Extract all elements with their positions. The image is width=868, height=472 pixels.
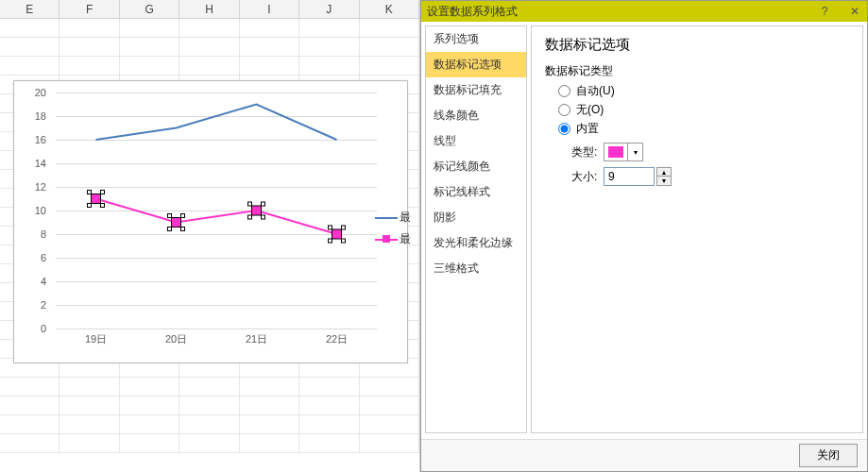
radio-builtin[interactable]	[558, 123, 570, 135]
y-tick: 16	[35, 134, 46, 145]
y-tick: 10	[35, 205, 46, 216]
legend-label: 最	[400, 231, 411, 247]
svg-rect-6	[168, 214, 172, 218]
col-header[interactable]: G	[120, 0, 179, 18]
svg-rect-15	[332, 229, 342, 239]
spreadsheet-area: E F G H I J K 20 18 16	[0, 0, 420, 472]
nav-marker-line-color[interactable]: 标记线颜色	[426, 154, 526, 179]
plot-area[interactable]	[56, 93, 377, 329]
nav-line-color[interactable]: 线条颜色	[426, 103, 526, 128]
svg-rect-16	[329, 226, 332, 229]
help-button[interactable]: ?	[818, 5, 831, 18]
spinner-down-icon[interactable]: ▼	[657, 177, 671, 185]
x-axis: 19日 20日 21日 22日	[56, 332, 377, 351]
svg-rect-18	[329, 239, 332, 243]
marker-type-select[interactable]: ▾	[604, 143, 643, 161]
nav-marker-options[interactable]: 数据标记选项	[426, 52, 526, 77]
dialog-title: 设置数据系列格式	[427, 4, 518, 20]
marker-type-row: 类型: ▾	[571, 143, 849, 161]
nav-marker-line-style[interactable]: 标记线样式	[426, 179, 526, 205]
legend[interactable]: 最 最	[375, 204, 411, 253]
svg-rect-13	[248, 215, 252, 219]
marker-size-row: 大小: ▲ ▼	[571, 167, 849, 186]
svg-rect-17	[342, 226, 346, 229]
x-tick: 22日	[297, 332, 377, 351]
y-tick: 18	[35, 110, 46, 122]
svg-rect-3	[88, 204, 92, 208]
legend-item-1[interactable]: 最	[375, 210, 411, 226]
col-header[interactable]: K	[360, 0, 419, 18]
svg-rect-9	[181, 228, 185, 231]
svg-rect-2	[101, 191, 105, 194]
content-panel: 数据标记选项 数据标记类型 自动(U) 无(O) 内置 类型: ▾	[531, 25, 863, 433]
marker-type-label: 数据标记类型	[545, 63, 849, 79]
svg-rect-4	[101, 204, 105, 208]
col-header[interactable]: E	[0, 0, 60, 18]
nav-shadow[interactable]: 阴影	[426, 205, 526, 230]
svg-rect-11	[248, 202, 252, 206]
x-tick: 20日	[136, 332, 216, 351]
svg-rect-0	[92, 194, 101, 204]
radio-auto[interactable]	[558, 85, 570, 97]
nav-line-style[interactable]: 线型	[426, 128, 526, 154]
radio-none[interactable]	[558, 104, 570, 116]
format-series-dialog: 设置数据系列格式 ? ✕ 系列选项 数据标记选项 数据标记填充 线条颜色 线型 …	[420, 0, 868, 472]
y-tick: 14	[35, 158, 46, 169]
titlebar[interactable]: 设置数据系列格式 ? ✕	[421, 1, 867, 22]
dialog-footer: 关闭	[421, 439, 867, 471]
nav-series-options[interactable]: 系列选项	[426, 26, 526, 52]
legend-label: 最	[400, 210, 411, 226]
y-tick: 4	[41, 276, 46, 287]
radio-auto-label: 自动(U)	[576, 83, 615, 99]
square-marker-icon	[608, 146, 623, 158]
chart-svg	[56, 93, 377, 329]
spinner-up-icon[interactable]: ▲	[657, 168, 671, 177]
svg-rect-8	[168, 228, 172, 231]
size-input[interactable]	[604, 167, 655, 186]
close-button[interactable]: 关闭	[799, 444, 858, 467]
panel-title: 数据标记选项	[545, 36, 849, 54]
column-headers: E F G H I J K	[0, 0, 419, 19]
nav-3d[interactable]: 三维格式	[426, 256, 526, 281]
svg-rect-19	[342, 239, 346, 243]
y-tick: 2	[41, 299, 46, 311]
y-tick: 12	[35, 181, 46, 193]
size-label: 大小:	[571, 169, 604, 185]
svg-rect-7	[181, 214, 185, 218]
nav-marker-fill[interactable]: 数据标记填充	[426, 77, 526, 103]
legend-line-icon	[375, 217, 398, 219]
col-header[interactable]: I	[240, 0, 299, 18]
x-tick: 21日	[216, 332, 297, 351]
svg-rect-10	[252, 206, 262, 215]
y-axis: 20 18 16 14 12 10 8 6 4 2 0	[14, 93, 52, 329]
type-label: 类型:	[571, 144, 604, 160]
svg-rect-1	[88, 191, 92, 194]
chevron-down-icon[interactable]: ▾	[627, 143, 642, 160]
radio-auto-row[interactable]: 自动(U)	[558, 83, 849, 99]
radio-none-row[interactable]: 无(O)	[558, 102, 849, 118]
y-tick: 0	[41, 323, 46, 334]
col-header[interactable]: H	[179, 0, 239, 18]
y-tick: 6	[41, 252, 46, 263]
col-header[interactable]: J	[299, 0, 359, 18]
svg-rect-12	[262, 202, 265, 206]
close-x-button[interactable]: ✕	[848, 5, 861, 18]
svg-rect-5	[172, 218, 181, 228]
y-tick: 8	[41, 228, 46, 240]
radio-none-label: 无(O)	[576, 102, 604, 118]
size-spinner[interactable]: ▲ ▼	[656, 167, 672, 186]
x-tick: 19日	[56, 332, 136, 351]
radio-builtin-row[interactable]: 内置	[558, 121, 849, 137]
col-header[interactable]: F	[60, 0, 119, 18]
embedded-chart[interactable]: 20 18 16 14 12 10 8 6 4 2 0 19日 20日 21日 …	[13, 80, 408, 363]
radio-builtin-label: 内置	[576, 121, 599, 137]
y-tick: 20	[35, 87, 46, 98]
svg-rect-14	[262, 215, 265, 219]
legend-marker-icon	[375, 239, 398, 241]
nav-panel: 系列选项 数据标记选项 数据标记填充 线条颜色 线型 标记线颜色 标记线样式 阴…	[425, 25, 527, 433]
nav-glow[interactable]: 发光和柔化边缘	[426, 230, 526, 256]
legend-item-2[interactable]: 最	[375, 231, 411, 247]
